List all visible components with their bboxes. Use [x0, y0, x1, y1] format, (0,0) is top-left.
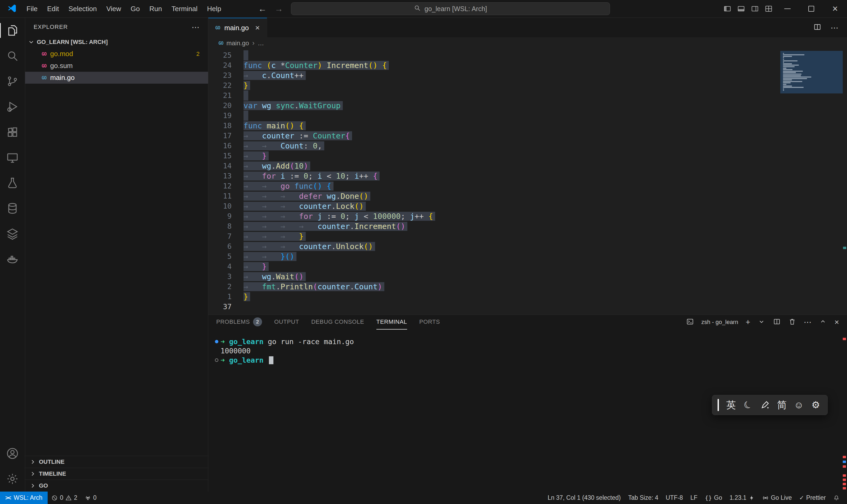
code-editor[interactable]: 2524func (c *Counter) Increment() {23→ c…: [208, 49, 847, 314]
code-line[interactable]: 8→ → → → counter.Increment(): [208, 221, 847, 231]
breadcrumb-symbol[interactable]: …: [258, 39, 264, 47]
section-go[interactable]: GO: [25, 480, 208, 491]
close-panel-icon[interactable]: ×: [834, 318, 839, 326]
editor-more-actions-icon[interactable]: ⋯: [831, 23, 839, 32]
close-button[interactable]: ×: [823, 0, 847, 17]
command-decoration[interactable]: [213, 340, 220, 343]
command-center-search[interactable]: go_learn [WSL: Arch]: [291, 2, 610, 15]
menu-go[interactable]: Go: [126, 0, 145, 17]
toggle-secondary-sidebar-icon[interactable]: [748, 0, 762, 17]
run-debug-icon[interactable]: [0, 94, 25, 120]
source-control-icon[interactable]: [0, 69, 25, 94]
code-line[interactable]: 37: [208, 302, 847, 312]
panel-more-actions-icon[interactable]: ⋯: [804, 318, 812, 326]
tab-main-go[interactable]: GO main.go ×: [208, 18, 267, 37]
ime-language-toggle[interactable]: 英: [723, 397, 739, 413]
command-decoration[interactable]: [213, 358, 220, 362]
menu-run[interactable]: Run: [145, 0, 167, 17]
testing-icon[interactable]: [0, 170, 25, 196]
code-line[interactable]: 13→ for i := 0; i < 10; i++ {: [208, 171, 847, 181]
remote-indicator[interactable]: >< WSL: Arch: [0, 491, 48, 504]
sidebar-more-actions-icon[interactable]: ⋯: [192, 22, 200, 32]
database-icon[interactable]: [0, 196, 25, 221]
eol-indicator[interactable]: LF: [687, 491, 701, 504]
menu-help[interactable]: Help: [202, 0, 226, 17]
menu-selection[interactable]: Selection: [64, 0, 102, 17]
cursor-position[interactable]: Ln 37, Col 1 (430 selected): [544, 491, 625, 504]
docker-icon[interactable]: [0, 247, 25, 272]
prettier-status[interactable]: ✓ Prettier: [795, 491, 830, 504]
maximize-panel-icon[interactable]: [819, 318, 827, 327]
back-arrow-icon[interactable]: ←: [258, 4, 267, 14]
code-line[interactable]: 3→ wg.Wait(): [208, 272, 847, 282]
file-row-go-mod[interactable]: GO go.mod 2: [25, 48, 208, 60]
go-live-button[interactable]: Go Live: [759, 491, 795, 504]
menu-view[interactable]: View: [102, 0, 126, 17]
extensions-icon[interactable]: [0, 120, 25, 145]
language-mode[interactable]: {} Go: [701, 491, 726, 504]
kill-terminal-icon[interactable]: [788, 318, 796, 327]
code-line[interactable]: 21: [208, 91, 847, 101]
menu-edit[interactable]: Edit: [42, 0, 64, 17]
code-line[interactable]: 17→ counter := Counter{: [208, 131, 847, 141]
new-terminal-icon[interactable]: +: [745, 318, 751, 326]
code-line[interactable]: 22}: [208, 80, 847, 91]
remote-explorer-icon[interactable]: [0, 145, 25, 170]
code-line[interactable]: 14→ wg.Add(10): [208, 161, 847, 171]
code-line[interactable]: 4→ }: [208, 262, 847, 272]
code-line[interactable]: 15→ }: [208, 151, 847, 161]
code-line[interactable]: 12→ → go func() {: [208, 181, 847, 191]
code-line[interactable]: 23→ c.Count++: [208, 70, 847, 80]
code-line[interactable]: 1}: [208, 292, 847, 302]
file-row-go-sum[interactable]: GO go.sum: [25, 60, 208, 72]
forward-arrow-icon[interactable]: →: [274, 4, 283, 14]
section-timeline[interactable]: TIMELINE: [25, 468, 208, 480]
code-line[interactable]: 18func main() {: [208, 121, 847, 131]
split-terminal-icon[interactable]: [773, 318, 781, 327]
tree-root-folder[interactable]: GO_LEARN [WSL: ARCH]: [25, 36, 208, 48]
tab-ports[interactable]: PORTS: [419, 315, 440, 329]
tab-close-icon[interactable]: ×: [255, 23, 260, 32]
moon-icon[interactable]: ☾: [740, 397, 756, 413]
smiley-icon[interactable]: ☺: [791, 397, 807, 413]
tab-terminal[interactable]: TERMINAL: [376, 315, 407, 329]
tab-problems[interactable]: PROBLEMS 2: [216, 315, 262, 329]
code-line[interactable]: 24func (c *Counter) Increment() {: [208, 60, 847, 70]
tab-debug-console[interactable]: DEBUG CONSOLE: [311, 315, 364, 329]
minimap[interactable]: [780, 51, 843, 93]
code-line[interactable]: 6→ → → counter.Unlock(): [208, 241, 847, 251]
code-line[interactable]: 25: [208, 50, 847, 60]
ports-status[interactable]: 0: [81, 491, 100, 504]
ime-simplified-toggle[interactable]: 简: [774, 397, 790, 413]
code-line[interactable]: 19: [208, 111, 847, 121]
code-line[interactable]: 9→ → → for j := 0; j < 100000; j++ {: [208, 211, 847, 221]
terminal-dropdown-icon[interactable]: [758, 318, 765, 327]
vscode-logo-icon[interactable]: [6, 3, 18, 15]
layers-icon[interactable]: [0, 221, 25, 247]
search-sidebar-icon[interactable]: [0, 43, 25, 69]
problems-status[interactable]: 0 2: [48, 491, 81, 504]
notifications-bell[interactable]: [830, 491, 843, 504]
menu-file[interactable]: File: [22, 0, 42, 17]
accounts-icon[interactable]: [0, 441, 25, 466]
code-line[interactable]: 11→ → → defer wg.Done(): [208, 191, 847, 201]
ime-settings-gear-icon[interactable]: ⚙: [808, 397, 824, 413]
toggle-panel-icon[interactable]: [734, 0, 748, 17]
code-line[interactable]: 16→ → Count: 0,: [208, 141, 847, 151]
code-line[interactable]: 20var wg sync.WaitGroup: [208, 101, 847, 111]
menu-terminal[interactable]: Terminal: [167, 0, 202, 17]
settings-gear-icon[interactable]: [0, 466, 25, 491]
tab-output[interactable]: OUTPUT: [274, 315, 299, 329]
go-version[interactable]: 1.23.1: [726, 491, 759, 504]
customize-layout-icon[interactable]: [762, 0, 776, 17]
code-line[interactable]: 10→ → → counter.Lock(): [208, 201, 847, 211]
breadcrumb[interactable]: GO main.go › …: [208, 37, 847, 49]
tab-size-indicator[interactable]: Tab Size: 4: [625, 491, 662, 504]
encoding-indicator[interactable]: UTF-8: [662, 491, 687, 504]
code-line[interactable]: 2→ fmt.Println(counter.Count): [208, 282, 847, 292]
toggle-sidebar-icon[interactable]: [720, 0, 734, 17]
code-line[interactable]: 5→ → }(): [208, 251, 847, 262]
terminal-selector[interactable]: zsh - go_learn: [701, 319, 738, 326]
code-line[interactable]: 7→ → → }: [208, 231, 847, 241]
pen-icon[interactable]: [757, 397, 773, 413]
